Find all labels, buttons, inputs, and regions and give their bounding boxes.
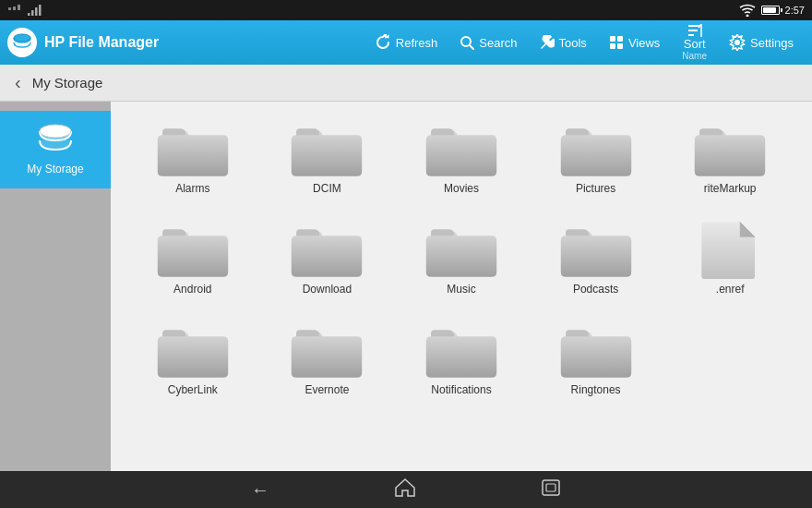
folder-label-ritemarkup: riteMarkup <box>704 182 757 195</box>
home-icon <box>395 478 415 497</box>
folder-icon <box>156 118 230 178</box>
folder-label-cyberlink: CyberLink <box>168 383 218 396</box>
svg-rect-22 <box>543 480 559 495</box>
svg-rect-2 <box>18 5 20 10</box>
folder-icon <box>559 219 633 279</box>
sidebar-item-my-storage[interactable]: My Storage <box>0 111 111 188</box>
folder-item-movies[interactable]: Movies <box>394 111 529 202</box>
storage-icon <box>35 124 76 157</box>
status-bar-left <box>7 5 42 16</box>
svg-point-19 <box>734 40 740 45</box>
svg-rect-4 <box>31 10 34 16</box>
views-button[interactable]: Views <box>598 30 671 55</box>
folder-label-alarms: Alarms <box>175 182 209 195</box>
folder-label-music: Music <box>447 283 475 296</box>
folder-item-android[interactable]: Android <box>125 212 260 303</box>
folder-item-music[interactable]: Music <box>394 212 529 303</box>
sidebar-item-label: My Storage <box>27 163 83 175</box>
bottom-nav: ← <box>0 471 812 508</box>
file-icon <box>693 219 767 279</box>
recent-nav-button[interactable] <box>533 475 568 505</box>
folder-label-movies: Movies <box>444 182 479 195</box>
clock: 2:57 <box>785 5 805 16</box>
breadcrumb-bar: ‹ My Storage <box>0 65 812 102</box>
sidebar: My Storage <box>0 102 111 471</box>
settings-button[interactable]: Settings <box>718 29 805 56</box>
refresh-button[interactable]: Refresh <box>364 29 449 56</box>
folder-icon <box>559 320 633 380</box>
folder-icon <box>424 219 498 279</box>
folder-item-ritemarkup[interactable]: riteMarkup <box>663 111 797 202</box>
svg-rect-5 <box>35 7 38 16</box>
search-button[interactable]: Search <box>448 30 528 55</box>
tools-icon <box>540 35 555 50</box>
folder-item-ringtones[interactable]: Ringtones <box>529 312 663 404</box>
main-content: My Storage Alarms <box>0 102 812 471</box>
folder-item-dcim[interactable]: DCIM <box>260 111 395 202</box>
app-logo: HP File Manager <box>7 28 159 57</box>
svg-rect-13 <box>617 36 623 42</box>
app-title: HP File Manager <box>44 34 159 51</box>
search-icon <box>460 35 474 50</box>
folder-label-android: Android <box>173 283 211 296</box>
android-icon <box>7 5 24 16</box>
folder-item-notifications[interactable]: Notifications <box>394 312 529 404</box>
folder-icon <box>156 320 230 380</box>
tools-button[interactable]: Tools <box>529 30 598 55</box>
folder-item-pictures[interactable]: Pictures <box>529 111 663 202</box>
home-nav-button[interactable] <box>388 475 423 505</box>
back-nav-button[interactable]: ← <box>244 476 277 504</box>
folder-label-download: Download <box>303 283 352 296</box>
folder-label-dcim: DCIM <box>313 182 341 195</box>
breadcrumb-title: My Storage <box>32 75 103 91</box>
folder-item-download[interactable]: Download <box>260 212 395 303</box>
folder-label-pictures: Pictures <box>576 182 615 195</box>
folder-icon <box>693 118 767 178</box>
battery-icon <box>761 6 780 15</box>
folder-item-enref[interactable]: .enref <box>663 212 797 303</box>
folder-label-podcasts: Podcasts <box>573 283 618 296</box>
svg-rect-14 <box>610 43 615 49</box>
svg-rect-15 <box>617 43 623 49</box>
folder-icon <box>290 118 364 178</box>
database-icon <box>12 33 32 52</box>
sort-icon <box>687 24 703 37</box>
folder-icon <box>424 320 498 380</box>
svg-line-11 <box>470 45 473 49</box>
status-bar: 2:57 <box>0 0 812 20</box>
svg-rect-23 <box>546 484 555 491</box>
folder-icon <box>424 118 498 178</box>
status-bar-right: 2:57 <box>739 4 805 17</box>
settings-icon <box>729 34 746 51</box>
refresh-icon <box>375 34 391 51</box>
app-logo-icon <box>7 28 37 57</box>
folder-icon <box>290 320 364 380</box>
views-icon <box>609 35 624 50</box>
toolbar: HP File Manager Refresh Search Tools Vie… <box>0 20 812 65</box>
sort-button[interactable]: Sort Name <box>671 20 718 65</box>
folder-icon <box>290 219 364 279</box>
folder-icon <box>559 118 633 178</box>
svg-rect-12 <box>610 36 615 42</box>
folder-item-cyberlink[interactable]: CyberLink <box>125 312 260 404</box>
folder-icon <box>156 219 230 279</box>
folder-item-alarms[interactable]: Alarms <box>125 111 260 202</box>
svg-rect-3 <box>28 13 30 16</box>
folder-label-evernote: Evernote <box>304 383 349 396</box>
file-grid: Alarms DCIM <box>111 102 812 471</box>
back-button[interactable]: ‹ <box>11 68 25 97</box>
svg-rect-1 <box>13 6 16 10</box>
wifi-icon <box>739 4 756 17</box>
folder-item-podcasts[interactable]: Podcasts <box>529 212 663 303</box>
folder-label-enref: .enref <box>716 283 745 296</box>
svg-rect-0 <box>8 7 11 10</box>
folder-label-notifications: Notifications <box>431 383 491 396</box>
signal-icon <box>28 5 42 16</box>
recent-icon <box>541 478 561 497</box>
svg-point-7 <box>746 15 748 18</box>
svg-rect-6 <box>39 5 42 16</box>
folder-label-ringtones: Ringtones <box>571 383 621 396</box>
folder-item-evernote[interactable]: Evernote <box>260 312 395 404</box>
